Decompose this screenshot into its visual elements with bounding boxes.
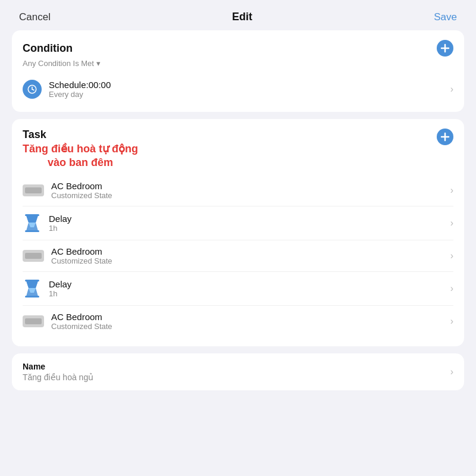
chevron-right-icon: › xyxy=(450,316,453,327)
name-card-text: Name Tăng điều hoà ngủ xyxy=(23,362,93,382)
task-row-subtitle: Customized State xyxy=(51,191,443,200)
add-task-button[interactable] xyxy=(437,129,453,145)
svg-rect-15 xyxy=(25,296,39,298)
ac-device-icon xyxy=(23,184,44,196)
delay-hourglass-icon xyxy=(23,278,42,299)
task-title: Task xyxy=(23,129,138,141)
task-banner: Tăng điều hoà tự động vào ban đêm xyxy=(23,142,138,170)
task-header-left: Task Tăng điều hoà tự động vào ban đêm xyxy=(23,129,138,170)
task-list-item[interactable]: AC Bedroom Customized State › xyxy=(23,175,453,206)
cancel-button[interactable]: Cancel xyxy=(19,11,51,23)
task-row-info: AC Bedroom Customized State xyxy=(51,312,443,331)
svg-rect-9 xyxy=(25,214,39,216)
schedule-info: Schedule:00:00 Every day xyxy=(49,80,443,99)
task-row-info: AC Bedroom Customized State xyxy=(51,181,443,200)
page-title: Edit xyxy=(232,11,252,23)
name-card[interactable]: Name Tăng điều hoà ngủ › xyxy=(12,353,464,390)
add-condition-button[interactable] xyxy=(437,40,453,57)
schedule-repeat: Every day xyxy=(49,90,443,99)
task-card: Task Tăng điều hoà tự động vào ban đêm A… xyxy=(12,119,464,346)
task-row-subtitle: 1h xyxy=(49,289,443,298)
svg-marker-13 xyxy=(26,281,38,288)
task-header: Task Tăng điều hoà tự động vào ban đêm xyxy=(23,129,453,170)
name-label: Name xyxy=(23,362,93,371)
task-row-title: Delay xyxy=(49,279,443,289)
app-header: Cancel Edit Save xyxy=(0,0,476,30)
svg-marker-8 xyxy=(26,215,38,223)
task-row-subtitle: Customized State xyxy=(51,322,443,331)
task-row-info: Delay 1h xyxy=(49,214,443,233)
condition-title: Condition xyxy=(23,42,73,55)
chevron-right-icon: › xyxy=(450,185,453,196)
svg-rect-10 xyxy=(25,230,39,232)
name-value: Tăng điều hoà ngủ xyxy=(23,372,93,382)
save-button[interactable]: Save xyxy=(434,11,457,23)
condition-subtitle[interactable]: Any Condition Is Met ▾ xyxy=(23,59,453,68)
task-row-title: AC Bedroom xyxy=(51,246,443,256)
svg-line-4 xyxy=(32,89,34,90)
condition-card: Condition Any Condition Is Met ▾ Schedul… xyxy=(12,30,464,112)
task-row-title: Delay xyxy=(49,214,443,224)
task-row-subtitle: 1h xyxy=(49,224,443,233)
chevron-right-icon: › xyxy=(450,250,453,261)
task-row-title: AC Bedroom xyxy=(51,181,443,191)
clock-icon xyxy=(23,80,42,99)
delay-hourglass-icon xyxy=(23,212,42,234)
task-row-info: Delay 1h xyxy=(49,279,443,298)
task-list-item[interactable]: Delay 1h › xyxy=(23,206,453,240)
chevron-right-icon: › xyxy=(450,283,453,294)
ac-device-icon xyxy=(23,315,44,327)
chevron-right-icon: › xyxy=(450,84,453,95)
task-list-item[interactable]: AC Bedroom Customized State › xyxy=(23,306,453,337)
main-content: Condition Any Condition Is Met ▾ Schedul… xyxy=(0,30,476,476)
condition-schedule-row[interactable]: Schedule:00:00 Every day › xyxy=(23,76,453,102)
task-row-subtitle: Customized State xyxy=(51,256,443,265)
condition-header: Condition xyxy=(23,40,453,57)
chevron-right-icon: › xyxy=(450,218,453,228)
task-row-info: AC Bedroom Customized State xyxy=(51,246,443,265)
task-row-title: AC Bedroom xyxy=(51,312,443,322)
schedule-time: Schedule:00:00 xyxy=(49,80,443,90)
task-rows: AC Bedroom Customized State › Delay 1h › xyxy=(23,175,453,337)
chevron-right-icon: › xyxy=(450,367,453,377)
task-list-item[interactable]: Delay 1h › xyxy=(23,272,453,306)
svg-rect-14 xyxy=(25,280,39,281)
task-list-item[interactable]: AC Bedroom Customized State › xyxy=(23,240,453,272)
ac-device-icon xyxy=(23,250,44,262)
